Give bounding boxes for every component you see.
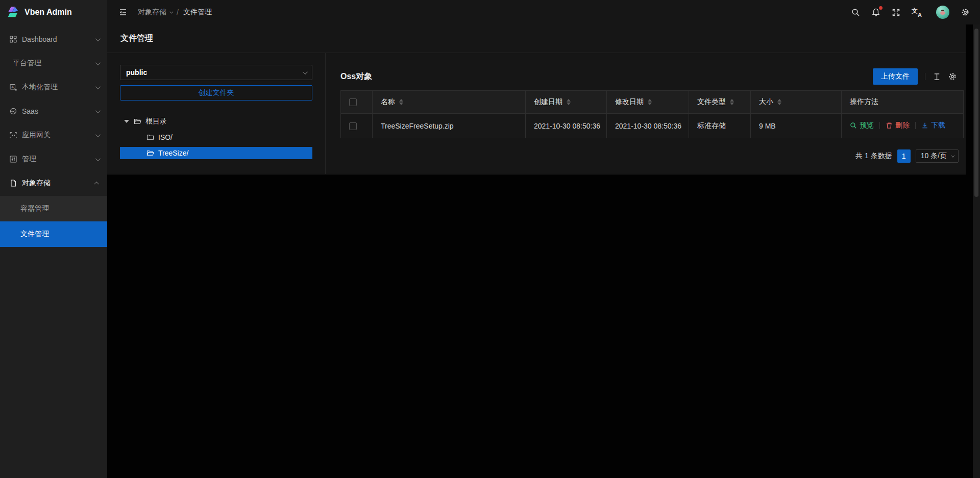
gateway-icon — [10, 132, 17, 139]
page-size-select[interactable]: 10 条/页 — [916, 149, 959, 163]
column-settings-gear-icon[interactable] — [948, 72, 957, 81]
sidebar-item-label: 管理 — [22, 155, 95, 164]
pagination-total: 共 1 条数据 — [855, 152, 892, 161]
column-header-modified[interactable]: 修改日期 — [607, 91, 689, 114]
breadcrumb: 对象存储 / 文件管理 — [138, 8, 212, 17]
settings-gear-icon[interactable] — [961, 8, 970, 17]
tree-node-label: TreeSize/ — [158, 149, 188, 157]
caret-down-icon[interactable] — [124, 120, 129, 123]
oss-table: 名称 创建日期 修改日期 文件类型 — [340, 90, 964, 138]
download-action[interactable]: 下载 — [921, 121, 945, 130]
bucket-select-value: public — [126, 68, 303, 77]
sidebar-item-dashboard[interactable]: Dashboard — [0, 28, 107, 51]
sidebar-item-label: 容器管理 — [20, 204, 49, 213]
delete-action[interactable]: 删除 — [886, 121, 910, 130]
tree-node-label: 根目录 — [145, 117, 167, 126]
sidebar: Vben Admin Dashboard 平台管理 A 本地化管理 — [0, 0, 107, 478]
panel-title: Oss对象 — [340, 71, 372, 82]
sidebar-item-gateway[interactable]: 应用网关 — [0, 124, 107, 146]
user-avatar[interactable] — [936, 6, 949, 19]
chevron-down-icon — [95, 108, 101, 113]
column-header-created[interactable]: 创建日期 — [526, 91, 607, 114]
breadcrumb-section[interactable]: 对象存储 — [138, 8, 172, 17]
vertical-scrollbar — [973, 24, 980, 478]
sidebar-item-saas[interactable]: Saas — [0, 100, 107, 122]
vben-logo-icon — [7, 6, 20, 19]
folder-open-icon — [134, 118, 141, 125]
cell-size: 9 MB — [751, 114, 842, 138]
cell-operations: 预览 删除 — [842, 114, 964, 138]
row-height-icon[interactable] — [933, 72, 941, 81]
sidebar-item-label: Saas — [22, 107, 95, 115]
translate-icon[interactable]: 文 A — [912, 8, 922, 17]
folder-icon — [146, 134, 154, 141]
logo[interactable]: Vben Admin — [0, 0, 107, 24]
chevron-down-icon — [95, 132, 101, 137]
sidebar-item-management[interactable]: 管理 — [0, 148, 107, 170]
sidebar-item-label: Dashboard — [22, 35, 95, 43]
action-divider — [915, 122, 916, 129]
bucket-select[interactable]: public — [120, 65, 312, 80]
page-title: 文件管理 — [120, 33, 153, 44]
page-title-bar: 文件管理 — [107, 24, 966, 53]
sidebar-item-object-storage[interactable]: 对象存储 — [0, 172, 107, 194]
chevron-down-icon — [95, 36, 101, 41]
preview-action[interactable]: 预览 — [850, 121, 874, 130]
menu-fold-icon[interactable] — [118, 8, 128, 17]
search-icon[interactable] — [851, 8, 860, 17]
select-all-checkbox[interactable] — [349, 98, 357, 106]
sort-icon[interactable] — [648, 99, 652, 105]
chevron-down-icon — [951, 154, 954, 157]
chevron-down-icon — [95, 84, 101, 89]
cell-modified: 2021-10-30 08:50:36 — [607, 114, 689, 138]
toolbar-divider — [925, 73, 925, 80]
select-all-header[interactable] — [341, 91, 373, 114]
scrollbar-thumb[interactable] — [974, 29, 978, 197]
manage-icon — [10, 156, 17, 163]
tree-node-treesize[interactable]: TreeSize/ — [120, 147, 312, 159]
chevron-down-icon — [95, 156, 101, 161]
sort-icon[interactable] — [777, 99, 781, 105]
column-header-type[interactable]: 文件类型 — [689, 91, 751, 114]
folder-tree: 根目录 ISO/ TreeSize/ — [120, 115, 312, 159]
file-icon — [10, 180, 17, 187]
sort-icon[interactable] — [567, 99, 571, 105]
magnifier-icon — [850, 122, 857, 129]
notification-badge — [879, 6, 883, 10]
sidebar-item-label: 应用网关 — [22, 131, 95, 140]
chevron-down-icon — [303, 69, 308, 74]
column-header-size[interactable]: 大小 — [751, 91, 842, 114]
sidebar-item-label: 平台管理 — [13, 59, 95, 68]
notification-bell-icon[interactable] — [871, 8, 880, 17]
cell-type: 标准存储 — [689, 114, 751, 138]
sidebar-item-file-management[interactable]: 文件管理 — [0, 221, 107, 247]
sidebar-item-label: 本地化管理 — [22, 83, 95, 92]
table-row: TreeSizeFreeSetup.zip 2021-10-30 08:50:3… — [341, 114, 964, 138]
sort-icon[interactable] — [730, 99, 734, 105]
column-header-name[interactable]: 名称 — [373, 91, 526, 114]
app-title: Vben Admin — [24, 8, 72, 17]
saas-icon — [10, 108, 17, 115]
tree-node-root[interactable]: 根目录 — [120, 115, 312, 128]
pagination-page-1[interactable]: 1 — [897, 149, 911, 163]
folder-open-icon — [146, 149, 154, 157]
sidebar-item-label: 对象存储 — [22, 179, 95, 188]
oss-toolbar: Oss对象 上传文件 — [340, 68, 964, 85]
row-checkbox[interactable] — [349, 122, 357, 130]
download-icon — [921, 122, 928, 129]
sidebar-item-localization[interactable]: A 本地化管理 — [0, 76, 107, 98]
fullscreen-icon[interactable] — [892, 8, 900, 17]
localization-icon: A — [10, 84, 17, 91]
create-folder-button[interactable]: 创建文件夹 — [120, 85, 312, 100]
dashboard-icon — [10, 36, 17, 43]
upload-file-button[interactable]: 上传文件 — [873, 68, 918, 85]
sort-icon[interactable] — [399, 99, 403, 105]
avatar-image — [940, 11, 945, 15]
tree-node-label: ISO/ — [158, 133, 173, 141]
oss-panel: Oss对象 上传文件 — [326, 53, 966, 174]
sidebar-item-platform[interactable]: 平台管理 — [0, 52, 107, 74]
pagination: 共 1 条数据 1 10 条/页 — [340, 149, 964, 163]
header-actions: 文 A — [851, 6, 980, 19]
sidebar-item-container-management[interactable]: 容器管理 — [0, 196, 107, 221]
tree-node-iso[interactable]: ISO/ — [120, 131, 312, 143]
